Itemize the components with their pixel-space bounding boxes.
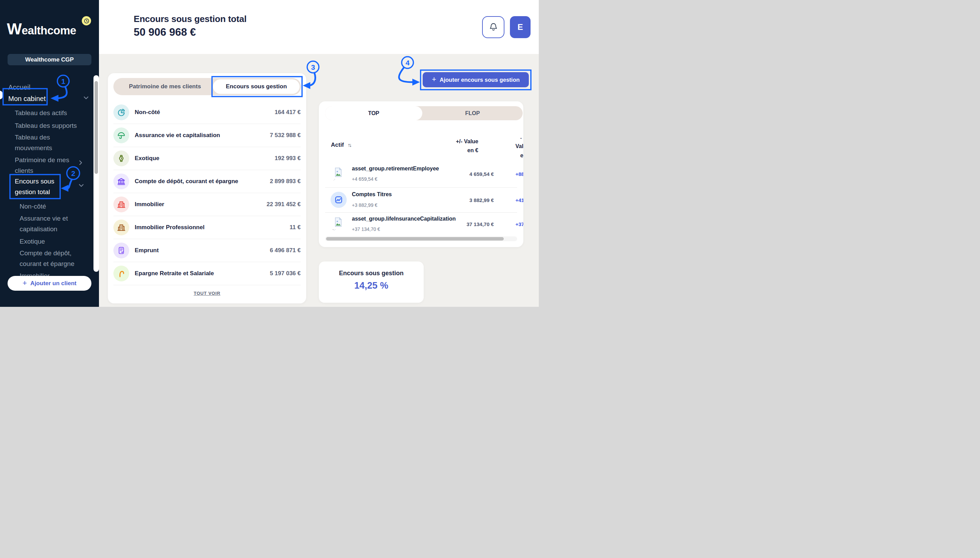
asset-row[interactable]: Epargne Retraite et Salariale 5 197 036 …	[113, 262, 300, 285]
table-row[interactable]: “·‘ asset_group.lifeInsuranceCapitalizat…	[319, 212, 523, 238]
sidebar-item-tableau-actifs[interactable]: Tableau des actifs	[15, 108, 67, 118]
sidebar-scrollbar-thumb[interactable]	[95, 81, 98, 174]
bell-icon	[489, 22, 498, 32]
asset-value: 192 993 €	[274, 155, 300, 162]
add-encours-button[interactable]: + Ajouter encours sous gestion	[423, 72, 529, 87]
asset-value: 2 899 893 €	[270, 178, 300, 185]
row-sub-value: +3 882,99 €	[352, 202, 377, 208]
row-name: asset_group.lifeInsuranceCapitalization	[352, 216, 456, 222]
row-name: asset_group.retirementEmployee	[352, 166, 439, 172]
sidebar-item-assurance[interactable]: Assurance vie et capitalisation	[20, 213, 76, 234]
asset-label: Exotique	[135, 155, 274, 162]
office-building-icon	[113, 220, 129, 235]
annotation-arrow-3	[309, 73, 315, 85]
annotation-number-3: 3	[311, 63, 315, 71]
app-logo: Wealthcome	[7, 19, 93, 40]
bank-icon	[113, 174, 129, 189]
sort-icon[interactable]: ↑↓	[348, 142, 351, 148]
assets-card: Patrimoine de mes clients Encours sous g…	[108, 73, 306, 304]
kpi-label: Encours sous gestion	[319, 270, 424, 277]
chevron-down-icon[interactable]	[84, 95, 89, 101]
sidebar-item-tableau-supports[interactable]: Tableau des supports	[15, 120, 77, 131]
annotation-circle-3	[307, 61, 319, 73]
asset-value: 11 €	[290, 224, 300, 231]
sidebar-item-non-cote[interactable]: Non-côté	[20, 201, 46, 212]
tab-encours-sous-gestion[interactable]: Encours sous gestion	[213, 79, 300, 94]
asset-label: Non-côté	[135, 109, 274, 116]
broken-image-alt: “·‘	[333, 228, 335, 232]
asset-row[interactable]: Emprunt 6 496 871 €	[113, 239, 300, 262]
sidebar-item-exotique[interactable]: Exotique	[20, 236, 45, 247]
tab-top[interactable]: TOP	[325, 106, 422, 120]
kpi-card: Encours sous gestion 14,25 %	[319, 261, 424, 303]
plus-icon: +	[23, 279, 27, 287]
horizontal-scrollbar-track	[325, 236, 517, 241]
asset-row[interactable]: Assurance vie et capitalisation 7 532 98…	[113, 124, 300, 147]
asset-value: 7 532 988 €	[270, 132, 300, 139]
asset-value: 5 197 036 €	[270, 270, 300, 277]
app-root: Wealthcome Wealthcome CGP Accueil Mon ca…	[0, 0, 539, 307]
asset-row[interactable]: Non-côté 164 417 €	[113, 101, 300, 124]
sidebar-edge-handle[interactable]	[0, 91, 3, 99]
asset-label: Compte de dépôt, courant et épargne	[135, 178, 270, 185]
horizontal-scrollbar-thumb[interactable]	[326, 237, 504, 241]
row-sub-value: +37 134,70 €	[352, 226, 380, 232]
tab-flop[interactable]: FLOP	[422, 106, 523, 120]
loan-document-icon	[113, 243, 129, 258]
watch-icon	[113, 151, 129, 166]
top-flop-tabbar: TOP FLOP	[325, 106, 523, 120]
annotation-arrowhead-4	[412, 79, 420, 85]
image-chart-icon	[330, 192, 347, 208]
page-title: Encours sous gestion total	[134, 14, 247, 25]
asset-row[interactable]: Exotique 192 993 €	[113, 147, 300, 170]
column-header-actif[interactable]: Actif	[331, 141, 344, 148]
asset-label: Immobilier	[135, 201, 267, 208]
chevron-down-icon[interactable]	[79, 182, 84, 189]
sidebar-item-patrimoine[interactable]: Patrimoine de mes clients	[15, 154, 80, 176]
sidebar-item-accueil[interactable]: Accueil	[8, 82, 30, 93]
chevron-right-icon[interactable]	[79, 160, 82, 167]
asset-row[interactable]: Immobilier Professionnel 11 €	[113, 216, 300, 239]
add-encours-label: Ajouter encours sous gestion	[440, 77, 520, 83]
asset-label: Assurance vie et capitalisation	[135, 132, 270, 139]
sidebar-item-encours-total[interactable]: Encours sous gestion total	[15, 176, 61, 197]
row-value-eur: 37 134,70 €	[467, 221, 494, 227]
asset-row[interactable]: Compte de dépôt, courant et épargne 2 89…	[113, 170, 300, 193]
notifications-button[interactable]	[482, 16, 504, 38]
annotation-arrow-4	[399, 68, 414, 82]
sidebar-item-compte-depot[interactable]: Compte de dépôt, courant et épargne	[20, 248, 85, 269]
broken-image-alt: ·’	[333, 178, 335, 182]
row-sub-value: +4 659,54 €	[352, 176, 377, 182]
broken-image-icon	[334, 217, 342, 228]
row-name: Comptes Titres	[352, 191, 392, 198]
sidebar-item-tableau-mouvements[interactable]: Tableau des mouvements	[15, 132, 77, 153]
row-value-pct: +37	[515, 221, 523, 227]
column-header-value-pct: . Val en	[515, 132, 523, 160]
sidebar-scrollbar-track	[94, 75, 99, 272]
plus-icon: +	[432, 75, 437, 83]
avatar[interactable]: E	[510, 16, 530, 38]
asset-label: Epargne Retraite et Salariale	[135, 270, 270, 277]
sidebar-item-mon-cabinet[interactable]: Mon cabinet	[8, 94, 46, 104]
clock-badge-icon	[82, 16, 91, 25]
tab-patrimoine-clients[interactable]: Patrimoine de mes clients	[113, 78, 217, 95]
see-all-link[interactable]: TOUT VOIR	[108, 290, 306, 296]
add-client-button[interactable]: + Ajouter un client	[8, 276, 91, 290]
top-flop-card: TOP FLOP Actif ↑↓ +/- Value en € . Val e…	[319, 101, 523, 247]
asset-row[interactable]: Immobilier 22 391 452 €	[113, 193, 300, 216]
annotation-number-4: 4	[405, 59, 410, 67]
column-header-value-eur: +/- Value en €	[456, 137, 478, 155]
asset-value: 22 391 452 €	[267, 201, 300, 208]
table-row[interactable]: Comptes Titres +3 882,99 € 3 882,99 € +4…	[319, 187, 523, 212]
kpi-value: 14,25 %	[319, 281, 424, 291]
row-value-eur: 3 882,99 €	[469, 197, 494, 203]
row-value-eur: 4 659,54 €	[469, 171, 494, 177]
pie-chart-icon	[113, 105, 129, 120]
total-amount: 50 906 968 €	[134, 26, 196, 38]
annotation-circle-4	[402, 57, 414, 68]
row-value-pct: +88	[515, 171, 523, 177]
table-row[interactable]: ·’ asset_group.retirementEmployee +4 659…	[319, 160, 523, 185]
umbrella-icon	[113, 128, 129, 143]
add-client-label: Ajouter un client	[30, 280, 76, 287]
asset-value: 6 496 871 €	[270, 247, 300, 254]
